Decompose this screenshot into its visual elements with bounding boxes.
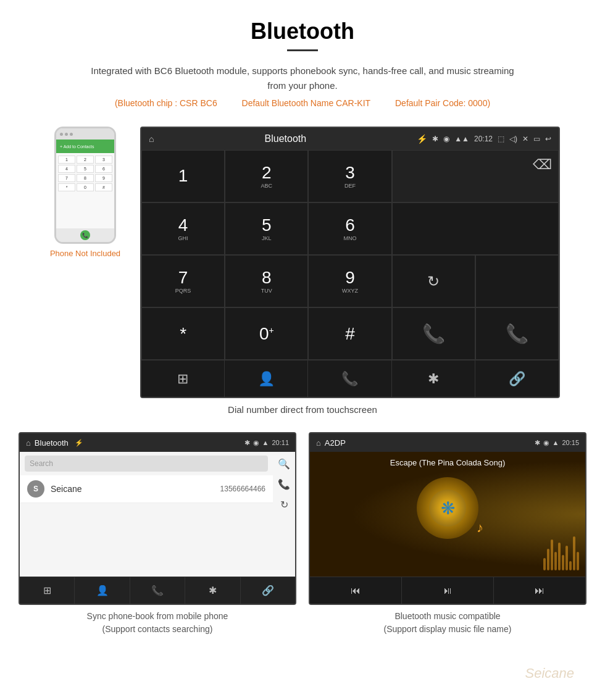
key-sub: TUV: [261, 288, 272, 294]
phone-image: + Add to Contacts 1 2 3 4 5 6 7 8 9 * 0 …: [54, 127, 116, 244]
dial-key-5[interactable]: 5 JKL: [225, 202, 308, 255]
pb-nav-phone[interactable]: 📞: [130, 577, 185, 604]
call-green-icon: 📞: [422, 323, 445, 344]
nav-dialpad[interactable]: ⊞: [141, 360, 225, 397]
dial-screen: ⌂ Bluetooth ⚡ ✱ ◉ ▲▲ 20:12 ⬚ ◁) ✕ ▭ ↩ 1: [140, 127, 560, 398]
key-sub: WXYZ: [342, 288, 358, 294]
key-sub: DEF: [344, 183, 356, 189]
volume-icon: ◁): [509, 135, 517, 143]
eq-bar: [558, 543, 561, 570]
call-green-button[interactable]: 📞: [392, 307, 475, 360]
music-next[interactable]: ⏭: [494, 577, 585, 604]
dial-key-0[interactable]: 0+: [225, 307, 308, 360]
phone-key[interactable]: 5: [77, 165, 94, 173]
pb-call-icon[interactable]: 📞: [278, 478, 290, 490]
dial-key-4[interactable]: 4 GHI: [141, 202, 225, 255]
eq-bar: [562, 555, 564, 570]
phone-top-bar: [56, 128, 114, 140]
prev-icon: ⏮: [351, 585, 361, 596]
pb-nav-contacts[interactable]: 👤: [75, 577, 130, 604]
dial-empty-2: [392, 202, 559, 255]
watermark: Seicane: [525, 665, 574, 681]
search-placeholder: Search: [30, 459, 53, 468]
phone-dots: [60, 133, 73, 136]
ms-status-right: ✱ ◉ ▲ 20:15: [535, 439, 579, 447]
dial-key-hash[interactable]: #: [308, 307, 391, 360]
music-caption-sub: (Support display music file name): [384, 624, 512, 634]
dial-key-7[interactable]: 7 PQRS: [141, 255, 225, 307]
nav-phone[interactable]: 📞: [308, 360, 391, 397]
contact-name: Seicane: [51, 484, 220, 494]
home-icon[interactable]: ⌂: [149, 134, 154, 144]
phone-key[interactable]: 9: [95, 174, 112, 182]
key-sub: PQRS: [175, 288, 191, 294]
nav-bluetooth[interactable]: ✱: [392, 360, 475, 397]
ms-sig-icon: ▲: [553, 439, 559, 446]
music-status-bar: ⌂ A2DP ✱ ◉ ▲ 20:15: [310, 433, 585, 452]
nav-contacts[interactable]: 👤: [225, 360, 308, 397]
pb-home-icon[interactable]: ⌂: [26, 438, 31, 448]
pb-dialpad-icon: ⊞: [43, 585, 51, 596]
key-sub: ABC: [261, 183, 273, 189]
phonebook-body: Search S Seicane 13566664466 🔍: [20, 452, 295, 577]
phone-key[interactable]: 4: [58, 165, 75, 173]
music-caption-main: Bluetooth music compatible: [394, 611, 500, 621]
pb-main: Search S Seicane 13566664466: [20, 452, 273, 577]
dial-key-3[interactable]: 3 DEF: [308, 150, 391, 202]
phonebook-caption-sub: (Support contacts searching): [102, 624, 213, 634]
phone-key[interactable]: 7: [58, 174, 75, 182]
phone-key[interactable]: 3: [95, 156, 112, 164]
back-icon[interactable]: ↩: [545, 135, 551, 143]
phone-key[interactable]: 6: [95, 165, 112, 173]
music-screen-wrap: ⌂ A2DP ✱ ◉ ▲ 20:15 Escape (The Pina Cola…: [309, 432, 586, 636]
phone-key[interactable]: 8: [77, 174, 94, 182]
phone-dial-area: 1 2 3 4 5 6 7 8 9 * 0 #: [56, 153, 114, 228]
music-play-pause[interactable]: ⏯: [402, 577, 494, 604]
dial-key-9[interactable]: 9 WXYZ: [308, 255, 391, 307]
pb-screen-inner: Search S Seicane 13566664466 🔍: [20, 452, 295, 577]
phone-call-button[interactable]: 📞: [80, 230, 90, 240]
nav-link[interactable]: 🔗: [475, 360, 559, 397]
pb-nav-dialpad[interactable]: ⊞: [20, 577, 75, 604]
dial-key-8[interactable]: 8 TUV: [225, 255, 308, 307]
ms-home-icon[interactable]: ⌂: [316, 438, 321, 448]
screen-icon: ▭: [533, 135, 540, 143]
bottom-screens: ⌂ Bluetooth ⚡ ✱ ◉ ▲ 20:11 Search: [0, 432, 605, 636]
key-main: 3: [345, 164, 355, 181]
search-input[interactable]: Search: [25, 456, 268, 472]
key-main: 6: [345, 217, 355, 234]
dial-key-6[interactable]: 6 MNO: [308, 202, 391, 255]
pb-nav-bt[interactable]: ✱: [185, 577, 240, 604]
dial-refresh[interactable]: ↻: [392, 255, 475, 307]
dial-key-1[interactable]: 1: [141, 150, 225, 202]
pb-time: 20:11: [272, 439, 289, 446]
dial-key-2[interactable]: 2 ABC: [225, 150, 308, 202]
phone-key[interactable]: 0: [77, 183, 94, 191]
contacts-icon: 👤: [258, 371, 275, 387]
phone-dot: [70, 133, 73, 136]
key-main: 4: [178, 217, 188, 234]
phone-key[interactable]: 2: [77, 156, 94, 164]
pb-nav-link[interactable]: 🔗: [241, 577, 295, 604]
key-main: *: [180, 325, 186, 343]
key-main: 8: [262, 269, 272, 286]
pb-refresh-icon[interactable]: ↻: [280, 499, 288, 510]
phone-key[interactable]: *: [58, 183, 75, 191]
album-inner: ❋: [429, 490, 466, 527]
contact-row[interactable]: S Seicane 13566664466: [20, 475, 273, 503]
phone-not-included-label: Phone Not Included: [50, 249, 120, 258]
status-right: ✱ ◉ ▲▲ 20:12 ⬚ ◁) ✕ ▭ ↩: [432, 135, 551, 143]
key-main: 1: [178, 167, 188, 185]
dial-key-star[interactable]: *: [141, 307, 225, 360]
pb-search-icon[interactable]: 🔍: [278, 458, 290, 470]
ms-time: 20:15: [562, 439, 579, 446]
backspace-icon[interactable]: ⌫: [533, 157, 552, 173]
pb-side: 🔍 📞 ↻: [273, 452, 295, 577]
usb-icon: ⚡: [417, 134, 427, 144]
phone-key[interactable]: #: [95, 183, 112, 191]
phonebook-screen: ⌂ Bluetooth ⚡ ✱ ◉ ▲ 20:11 Search: [19, 432, 296, 605]
music-prev[interactable]: ⏮: [310, 577, 402, 604]
close-icon[interactable]: ✕: [522, 135, 528, 143]
phone-key[interactable]: 1: [58, 156, 75, 164]
call-red-button[interactable]: 📞: [475, 307, 559, 360]
